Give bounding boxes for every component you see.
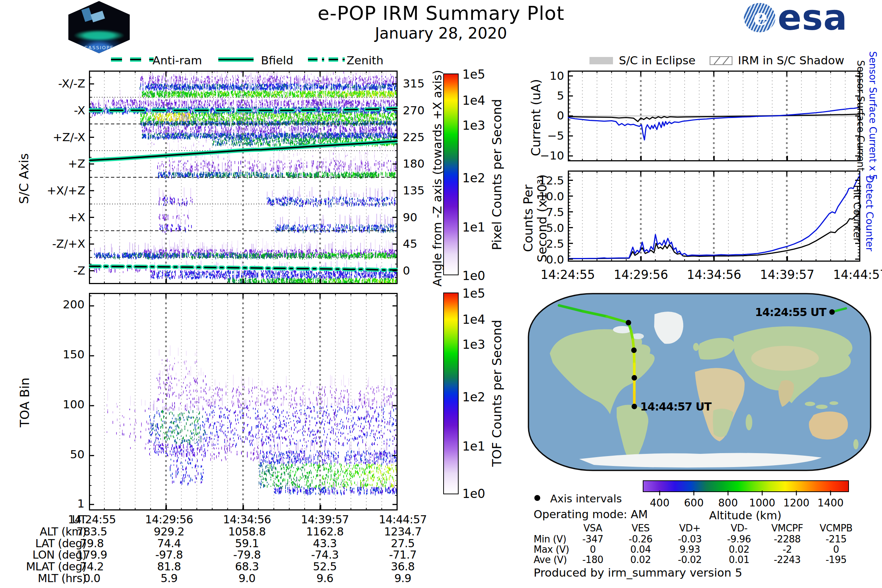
legend-eclipse: S/C in Eclipse xyxy=(619,54,696,67)
ephem-cell: 79.8 xyxy=(59,537,125,550)
volt-cell: -347 xyxy=(567,534,618,544)
cur-tick-0: 0 xyxy=(529,109,564,122)
volt-col-header: VSA xyxy=(567,523,618,534)
ephem-cell: 179.9 xyxy=(59,548,125,561)
cbar2-tick-1e4: 1e4 xyxy=(462,312,485,327)
rxtick-4: 14:44:57 xyxy=(827,267,882,282)
toa-spectrogram-overlay xyxy=(89,293,398,510)
epop-irm-summary-plot: { "header": { "title": "e-POP IRM Summar… xyxy=(0,0,882,588)
pixel-counts-colorbar xyxy=(443,74,459,275)
ephem-cell: -79.8 xyxy=(214,548,280,561)
altitude-colorbar-ticks xyxy=(643,490,848,496)
ephem-cell: 14:34:56 xyxy=(214,513,280,526)
cbar2-tick-1e5: 1e5 xyxy=(462,286,485,301)
rxtick-1: 14:29:56 xyxy=(608,267,674,282)
counts-plot xyxy=(568,171,860,262)
volt-cell: -2288 xyxy=(762,534,813,544)
cbar2-tick-1e2: 1e2 xyxy=(462,390,485,404)
legend-shadow: IRM in S/C Shadow xyxy=(738,54,844,67)
volt-cell: -215 xyxy=(810,534,862,544)
cbar2-tick-1e1: 1e1 xyxy=(462,439,485,453)
cbar2-tick-1e0: 1e0 xyxy=(462,487,485,501)
cbar1-label: Pixel Counts per Second xyxy=(489,82,504,266)
ephem-cell: 1162.8 xyxy=(292,525,358,538)
axis-label-pxpz: +X/+Z xyxy=(37,184,85,197)
cbar1-tick-1e1: 1e1 xyxy=(462,220,485,234)
sc-axis-spectrogram-overlay xyxy=(89,70,398,284)
esa-logo-globe-icon: e xyxy=(744,3,776,32)
toa-tick-1: 1 xyxy=(48,497,84,510)
cbar1-tick-1e4: 1e4 xyxy=(462,93,485,108)
axis-intervals-label: Axis intervals xyxy=(550,492,622,505)
counts-right-label-black: Hit Counter xyxy=(852,151,863,276)
volt-col-header: VES xyxy=(615,523,666,534)
ephem-cell: 929.2 xyxy=(136,525,202,538)
ephem-cell: 14:39:57 xyxy=(292,513,358,526)
volt-cell: -195 xyxy=(810,554,862,565)
alt-tick-1000: 1000 xyxy=(744,497,781,509)
angle-tick-180: 180 xyxy=(403,157,424,170)
volt-col-header: VD- xyxy=(713,523,765,534)
toa-spectrogram xyxy=(89,293,398,510)
volt-cell: 0 xyxy=(567,544,618,555)
volt-col-header: VCMPB xyxy=(810,523,862,534)
altitude-bar-label: Altitude (km) xyxy=(690,509,800,522)
ephem-cell: 36.8 xyxy=(370,560,436,573)
panel2-ylabel: TOA Bin xyxy=(17,371,32,434)
axis-label-mzpx: -Z/+X xyxy=(37,237,85,250)
rxtick-3: 14:39:57 xyxy=(754,267,820,282)
angle-tick-135: 135 xyxy=(403,184,424,197)
ephem-cell: 27.5 xyxy=(370,537,436,550)
volt-cell: -0.02 xyxy=(664,554,716,565)
axis-label-mz: -Z xyxy=(37,264,85,277)
toa-tick-150: 150 xyxy=(48,348,84,361)
legend-zenith: Zenith xyxy=(346,54,383,67)
ephem-cell: 0.0 xyxy=(59,572,125,585)
cbar1-tick-1e3: 1e3 xyxy=(462,118,485,133)
cnt-tick-50: 5.0 xyxy=(529,221,564,234)
volt-cell: 0 xyxy=(810,544,862,555)
panel1-ylabel: S/C Axis xyxy=(16,147,31,210)
cnt-tick-00: 0.0 xyxy=(529,253,564,266)
cnt-tick-25: 2.5 xyxy=(529,237,564,250)
toa-tick-100: 100 xyxy=(48,398,84,411)
cur-tick-10: 10 xyxy=(529,69,564,82)
axis-interval-dot-icon xyxy=(533,493,542,503)
ephem-cell: 1058.8 xyxy=(214,525,280,538)
ephem-cell: 68.3 xyxy=(214,560,280,573)
legend-antiram: Anti-ram xyxy=(153,54,202,67)
volt-cell: -0.03 xyxy=(664,534,716,544)
cbar2-label: TOF Counts per Second xyxy=(489,302,504,485)
volt-cell: -2 xyxy=(762,544,813,555)
tof-counts-colorbar xyxy=(443,292,459,494)
angle-tick-45: 45 xyxy=(403,237,417,250)
alt-tick-1400: 1400 xyxy=(812,497,849,509)
volt-cell: -9.96 xyxy=(713,534,765,544)
alt-tick-600: 600 xyxy=(675,497,712,509)
ephem-cell: 9.0 xyxy=(214,572,280,585)
volt-cell: -180 xyxy=(567,554,618,565)
esa-logo-text: esa xyxy=(778,0,848,38)
cnt-tick-75: 7.5 xyxy=(529,206,564,219)
map-start-label: 14:24:55 UT xyxy=(745,306,826,319)
ephem-cell: 81.8 xyxy=(136,560,202,573)
volt-cell: -0.26 xyxy=(615,534,666,544)
volt-cell: 9.93 xyxy=(664,544,716,555)
rxtick-0: 14:24:55 xyxy=(535,267,601,282)
axis-label-mx: -X xyxy=(37,104,85,117)
volt-col-header: VMCPF xyxy=(762,523,813,534)
cbar1-tick-1e5: 1e5 xyxy=(462,67,485,82)
angle-tick-90: 90 xyxy=(403,211,417,224)
angle-tick-270: 270 xyxy=(403,104,424,117)
cur-tick-5: 5 xyxy=(529,89,564,102)
axis-label-pz: +Z xyxy=(37,157,85,170)
axis-label-pzmx: +Z/-X xyxy=(37,130,85,144)
volt-cell: 0.02 xyxy=(713,544,765,555)
ephem-cell: -71.7 xyxy=(370,548,436,561)
shadow-hatch-icon xyxy=(710,56,732,65)
zenith-line-icon xyxy=(307,54,348,64)
map-end-label: 14:44:57 UT xyxy=(640,400,711,413)
world-map xyxy=(528,293,872,471)
angle-tick-0: 0 xyxy=(403,264,410,277)
toa-tick-200: 200 xyxy=(48,298,84,311)
